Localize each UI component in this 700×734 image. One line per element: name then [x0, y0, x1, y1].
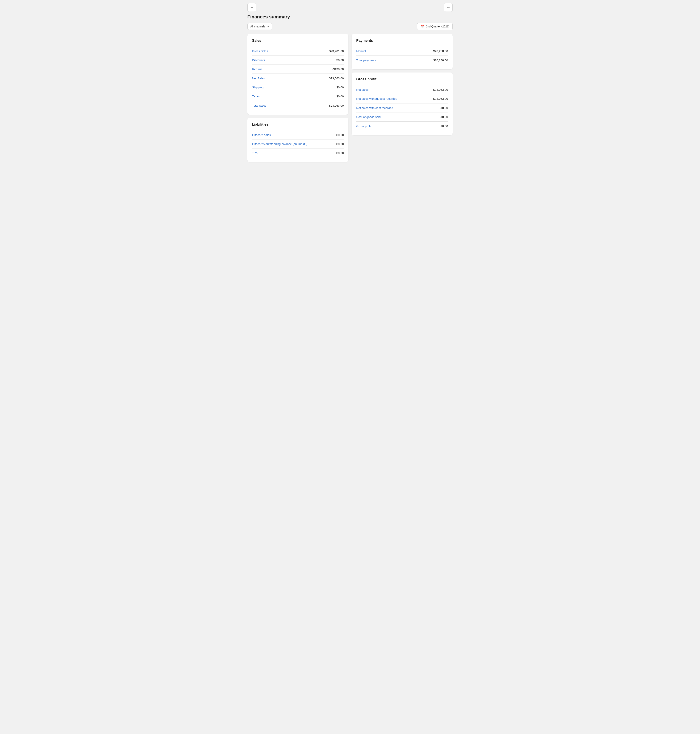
total-payments-link[interactable]: Total payments: [356, 59, 376, 62]
gp-net-sales-value: $23,063.00: [433, 88, 448, 91]
shipping-item: Shipping $0.00: [252, 83, 344, 92]
more-options-button[interactable]: ···: [444, 3, 453, 12]
manual-payment-item: Manual $20,288.00: [356, 47, 448, 56]
gp-net-sales-item: Net sales $23,063.00: [356, 85, 448, 94]
gift-cards-balance-value: $0.00: [336, 142, 344, 146]
net-sales-no-cost-item: Net sales without cost recorded $23,063.…: [356, 94, 448, 103]
taxes-item: Taxes $0.00: [252, 92, 344, 101]
returns-value: -$138.00: [332, 68, 344, 71]
discounts-link[interactable]: Discounts: [252, 58, 265, 62]
total-sales-item: Total Sales $23,063.00: [252, 101, 344, 110]
gift-card-sales-value: $0.00: [336, 133, 344, 137]
date-picker-button[interactable]: 📅 2nd Quarter (2021): [417, 23, 453, 30]
liabilities-card: Liabilities Gift card sales $0.00 Gift c…: [247, 118, 349, 162]
taxes-value: $0.00: [336, 94, 344, 98]
gp-net-sales-link[interactable]: Net sales: [356, 88, 369, 91]
net-sales-link[interactable]: Net Sales: [252, 77, 265, 80]
total-payments-item: Total payments $20,288.00: [356, 56, 448, 65]
gross-profit-item: Gross profit $0.00: [356, 121, 448, 131]
more-icon: ···: [447, 6, 450, 10]
net-sales-with-cost-value: $0.00: [441, 106, 448, 109]
gross-sales-value: $23,201.00: [329, 49, 344, 53]
returns-item: Returns -$138.00: [252, 65, 344, 74]
payments-card-title: Payments: [356, 38, 448, 43]
liabilities-card-title: Liabilities: [252, 122, 344, 127]
right-column: Payments Manual $20,288.00 Total payment…: [351, 34, 453, 162]
taxes-link[interactable]: Taxes: [252, 94, 260, 98]
gross-sales-link[interactable]: Gross Sales: [252, 49, 268, 53]
total-sales-link[interactable]: Total Sales: [252, 104, 266, 107]
cost-of-goods-value: $0.00: [441, 115, 448, 119]
discounts-item: Discounts $0.00: [252, 56, 344, 65]
cost-of-goods-link[interactable]: Cost of goods sold: [356, 115, 381, 119]
total-payments-value: $20,288.00: [433, 59, 448, 62]
gift-card-sales-item: Gift card sales $0.00: [252, 131, 344, 140]
gross-profit-value: $0.00: [441, 124, 448, 128]
net-sales-value: $23,063.00: [329, 77, 344, 80]
calendar-icon: 📅: [421, 25, 424, 28]
tips-link[interactable]: Tips: [252, 151, 257, 155]
net-sales-item: Net Sales $23,063.00: [252, 74, 344, 83]
net-sales-no-cost-link[interactable]: Net sales without cost recorded: [356, 97, 397, 100]
channels-label: All channels: [250, 25, 265, 28]
manual-payment-link[interactable]: Manual: [356, 49, 366, 53]
manual-payment-value: $20,288.00: [433, 49, 448, 53]
sales-card-title: Sales: [252, 38, 344, 43]
tips-item: Tips $0.00: [252, 149, 344, 157]
gross-profit-card: Gross profit Net sales $23,063.00 Net sa…: [351, 72, 453, 135]
gross-profit-link[interactable]: Gross profit: [356, 124, 372, 128]
gift-cards-balance-link[interactable]: Gift cards outstanding balance (on Jun 3…: [252, 142, 307, 146]
net-sales-with-cost-link[interactable]: Net sales with cost recorded: [356, 106, 393, 109]
shipping-link[interactable]: Shipping: [252, 85, 263, 89]
gift-cards-balance-item: Gift cards outstanding balance (on Jun 3…: [252, 140, 344, 149]
left-column: Sales Gross Sales $23,201.00 Discounts $…: [247, 34, 349, 162]
gross-sales-item: Gross Sales $23,201.00: [252, 47, 344, 56]
chevron-down-icon: [267, 26, 269, 27]
sales-card: Sales Gross Sales $23,201.00 Discounts $…: [247, 34, 349, 115]
page-title: Finances summary: [247, 14, 453, 19]
discounts-value: $0.00: [336, 58, 344, 62]
shipping-value: $0.00: [336, 85, 344, 89]
back-button[interactable]: ←: [247, 3, 256, 12]
top-bar: ← ···: [247, 3, 453, 12]
net-sales-no-cost-value: $23,063.00: [433, 97, 448, 100]
returns-link[interactable]: Returns: [252, 68, 262, 71]
gross-profit-card-title: Gross profit: [356, 77, 448, 81]
back-icon: ←: [250, 6, 253, 10]
cost-of-goods-item: Cost of goods sold $0.00: [356, 112, 448, 121]
tips-value: $0.00: [336, 151, 344, 155]
main-grid: Sales Gross Sales $23,201.00 Discounts $…: [247, 34, 453, 162]
date-label: 2nd Quarter (2021): [426, 25, 449, 28]
net-sales-with-cost-item: Net sales with cost recorded $0.00: [356, 103, 448, 112]
channels-dropdown[interactable]: All channels: [247, 23, 272, 30]
gift-card-sales-link[interactable]: Gift card sales: [252, 133, 271, 137]
total-sales-value: $23,063.00: [329, 104, 344, 107]
payments-card: Payments Manual $20,288.00 Total payment…: [351, 34, 453, 69]
controls-bar: All channels 📅 2nd Quarter (2021): [247, 23, 453, 30]
